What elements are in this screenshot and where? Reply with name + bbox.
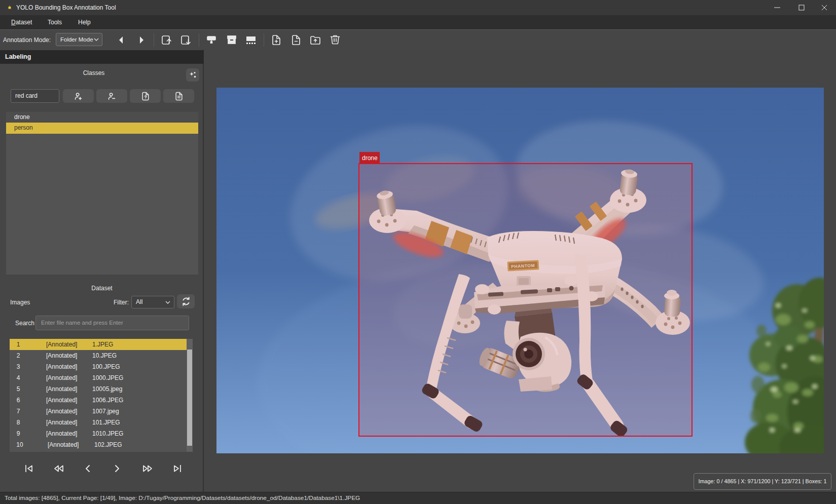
svg-text:drone: drone [362, 154, 378, 162]
